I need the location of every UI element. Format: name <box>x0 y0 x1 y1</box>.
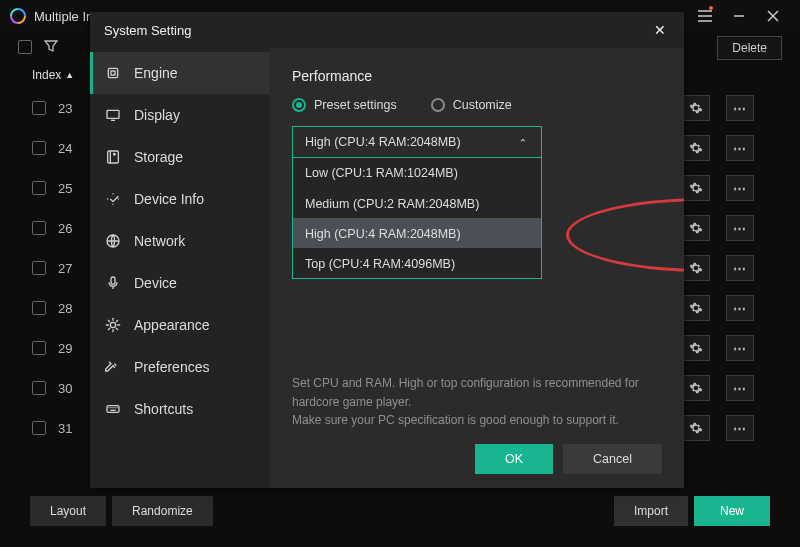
sidebar-item-device[interactable]: Device <box>90 262 270 304</box>
row-more-icon[interactable]: ⋯ <box>726 175 754 201</box>
sidebar-item-label: Shortcuts <box>134 401 193 417</box>
layout-button[interactable]: Layout <box>30 496 106 526</box>
new-button[interactable]: New <box>694 496 770 526</box>
row-settings-icon[interactable] <box>682 415 710 441</box>
sidebar-item-label: Engine <box>134 65 178 81</box>
network-icon <box>104 232 122 250</box>
menu-icon[interactable] <box>688 0 722 32</box>
row-more-icon[interactable]: ⋯ <box>726 375 754 401</box>
row-checkbox[interactable] <box>32 141 46 155</box>
row-checkbox[interactable] <box>32 301 46 315</box>
radio-customize[interactable]: Customize <box>431 98 512 112</box>
svg-rect-8 <box>107 110 119 118</box>
dropdown-header[interactable]: High (CPU:4 RAM:2048MB) ⌄ <box>293 127 541 157</box>
row-more-icon[interactable]: ⋯ <box>726 415 754 441</box>
svg-point-12 <box>114 154 116 156</box>
radio-preset[interactable]: Preset settings <box>292 98 397 112</box>
row-index: 29 <box>58 341 88 356</box>
engine-icon <box>104 64 122 82</box>
row-index: 24 <box>58 141 88 156</box>
ok-button[interactable]: OK <box>475 444 553 474</box>
close-icon[interactable] <box>756 0 790 32</box>
svg-rect-10 <box>108 151 119 163</box>
sidebar-item-storage[interactable]: Storage <box>90 136 270 178</box>
row-index: 23 <box>58 101 88 116</box>
row-settings-icon[interactable] <box>682 215 710 241</box>
cancel-button[interactable]: Cancel <box>563 444 662 474</box>
delete-button[interactable]: Delete <box>717 36 782 60</box>
sidebar-item-label: Device Info <box>134 191 204 207</box>
row-settings-icon[interactable] <box>682 95 710 121</box>
row-more-icon[interactable]: ⋯ <box>726 215 754 241</box>
minimize-icon[interactable] <box>722 0 756 32</box>
radio-customize-label: Customize <box>453 98 512 112</box>
modal-close-icon[interactable]: ✕ <box>650 22 670 38</box>
sidebar-item-label: Appearance <box>134 317 210 333</box>
highlight-annotation <box>566 198 684 272</box>
desc-line: Set CPU and RAM. High or top configurati… <box>292 374 662 411</box>
settings-sidebar: EngineDisplayStorageDevice InfoNetworkDe… <box>90 48 270 488</box>
storage-icon <box>104 148 122 166</box>
bottom-bar: Layout Randomize Import New <box>0 493 800 529</box>
row-settings-icon[interactable] <box>682 295 710 321</box>
row-index: 28 <box>58 301 88 316</box>
settings-panel: Performance Preset settings Customize za… <box>270 48 684 488</box>
sidebar-item-label: Display <box>134 107 180 123</box>
row-checkbox[interactable] <box>32 421 46 435</box>
row-more-icon[interactable]: ⋯ <box>726 95 754 121</box>
row-settings-icon[interactable] <box>682 135 710 161</box>
sidebar-item-network[interactable]: Network <box>90 220 270 262</box>
dropdown-option[interactable]: Low (CPU:1 RAM:1024MB) <box>293 158 541 188</box>
row-index: 27 <box>58 261 88 276</box>
svg-rect-24 <box>107 406 119 413</box>
app-logo-icon <box>10 8 26 24</box>
sidebar-item-display[interactable]: Display <box>90 94 270 136</box>
row-index: 25 <box>58 181 88 196</box>
sidebar-item-engine[interactable]: Engine <box>90 52 270 94</box>
row-settings-icon[interactable] <box>682 175 710 201</box>
svg-rect-14 <box>111 277 115 284</box>
row-checkbox[interactable] <box>32 221 46 235</box>
preferences-icon <box>104 358 122 376</box>
panel-heading: Performance <box>292 68 662 84</box>
dropdown-list: Low (CPU:1 RAM:1024MB)Medium (CPU:2 RAM:… <box>293 157 541 278</box>
dropdown-selected: High (CPU:4 RAM:2048MB) <box>305 135 461 149</box>
row-more-icon[interactable]: ⋯ <box>726 335 754 361</box>
row-more-icon[interactable]: ⋯ <box>726 295 754 321</box>
dropdown-option[interactable]: High (CPU:4 RAM:2048MB) <box>293 218 541 248</box>
select-all-checkbox[interactable] <box>18 40 32 54</box>
row-more-icon[interactable]: ⋯ <box>726 135 754 161</box>
randomize-button[interactable]: Randomize <box>112 496 213 526</box>
row-settings-icon[interactable] <box>682 255 710 281</box>
sort-asc-icon: ▲ <box>65 70 74 80</box>
sidebar-item-preferences[interactable]: Preferences <box>90 346 270 388</box>
row-settings-icon[interactable] <box>682 335 710 361</box>
sidebar-item-label: Device <box>134 275 177 291</box>
dropdown-option[interactable]: Medium (CPU:2 RAM:2048MB) <box>293 188 541 218</box>
row-checkbox[interactable] <box>32 261 46 275</box>
deviceinfo-icon <box>104 190 122 208</box>
filter-icon[interactable] <box>44 39 58 56</box>
desc-line: Make sure your PC specification is good … <box>292 411 662 430</box>
row-index: 31 <box>58 421 88 436</box>
modal-footer: OK Cancel <box>292 444 662 474</box>
svg-rect-6 <box>108 68 117 77</box>
settings-modal: System Setting ✕ EngineDisplayStorageDev… <box>90 12 684 488</box>
svg-point-15 <box>110 322 115 327</box>
device-icon <box>104 274 122 292</box>
sidebar-item-label: Network <box>134 233 185 249</box>
row-checkbox[interactable] <box>32 381 46 395</box>
row-more-icon[interactable]: ⋯ <box>726 255 754 281</box>
sidebar-item-appearance[interactable]: Appearance <box>90 304 270 346</box>
sidebar-item-shortcuts[interactable]: Shortcuts <box>90 388 270 430</box>
preset-dropdown[interactable]: High (CPU:4 RAM:2048MB) ⌄ Low (CPU:1 RAM… <box>292 126 542 279</box>
appearance-icon <box>104 316 122 334</box>
panel-description: Set CPU and RAM. High or top configurati… <box>292 374 662 430</box>
row-settings-icon[interactable] <box>682 375 710 401</box>
sidebar-item-deviceinfo[interactable]: Device Info <box>90 178 270 220</box>
row-checkbox[interactable] <box>32 341 46 355</box>
import-button[interactable]: Import <box>614 496 688 526</box>
dropdown-option[interactable]: Top (CPU:4 RAM:4096MB) <box>293 248 541 278</box>
row-checkbox[interactable] <box>32 181 46 195</box>
row-checkbox[interactable] <box>32 101 46 115</box>
